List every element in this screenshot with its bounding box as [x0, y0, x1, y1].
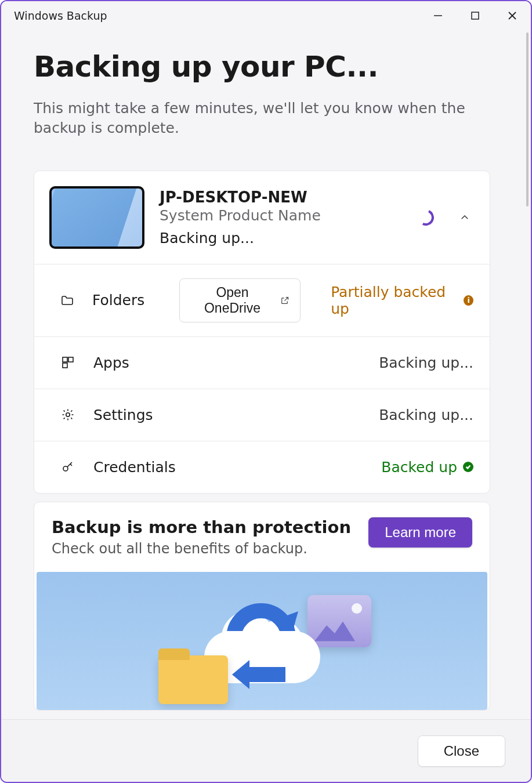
minimize-icon: [433, 11, 443, 20]
device-header-row[interactable]: JP-DESKTOP-NEW System Product Name Backi…: [34, 171, 490, 264]
title-bar: Windows Backup: [1, 1, 531, 30]
device-status: Backing up...: [160, 230, 403, 246]
folder-icon: [60, 293, 75, 307]
category-row-settings: Settings Backing up...: [34, 389, 490, 441]
category-status-credentials: Backed up: [381, 459, 473, 476]
promo-illustration: [37, 572, 487, 710]
external-link-icon: [280, 295, 289, 306]
page-subtitle: This might take a few minutes, we'll let…: [34, 99, 490, 138]
promo-title: Backup is more than protection: [52, 517, 357, 537]
open-onedrive-label: Open OneDrive: [190, 285, 274, 316]
svg-rect-5: [68, 357, 73, 362]
maximize-icon: [471, 11, 480, 20]
category-label: Folders: [92, 292, 144, 309]
apps-icon: [60, 356, 76, 369]
page-title: Backing up your PC...: [34, 50, 490, 84]
window-close-button[interactable]: [494, 1, 531, 30]
device-wallpaper-thumb: [49, 186, 144, 249]
close-icon: [508, 11, 517, 20]
svg-rect-4: [63, 357, 67, 362]
key-icon: [60, 460, 76, 474]
category-label: Settings: [93, 407, 153, 423]
backup-status-card: JP-DESKTOP-NEW System Product Name Backi…: [34, 171, 490, 494]
gear-icon: [60, 408, 76, 422]
footer: Close: [1, 719, 531, 782]
category-label: Apps: [93, 354, 129, 371]
folder-tile-icon: [158, 655, 228, 704]
svg-rect-6: [63, 363, 67, 368]
device-model: System Product Name: [160, 207, 403, 224]
maximize-button[interactable]: [457, 1, 494, 30]
warning-badge-icon: i: [464, 295, 473, 306]
svg-point-8: [63, 466, 68, 471]
minimize-button[interactable]: [419, 1, 457, 30]
category-label: Credentials: [93, 459, 176, 476]
svg-point-7: [66, 413, 70, 416]
main-scroll-area[interactable]: Backing up your PC... This might take a …: [1, 30, 523, 719]
chevron-up-icon: [459, 212, 470, 223]
category-status-folders: Partially backed up i: [331, 284, 473, 317]
window-title: Windows Backup: [14, 9, 107, 22]
check-badge-icon: [463, 462, 473, 472]
category-status-settings: Backing up...: [379, 407, 473, 423]
open-onedrive-button[interactable]: Open OneDrive: [179, 278, 301, 322]
promo-card: Backup is more than protection Check out…: [34, 502, 490, 710]
promo-subtitle: Check out all the benefits of backup.: [52, 541, 357, 557]
device-name: JP-DESKTOP-NEW: [160, 188, 403, 206]
scrollbar[interactable]: [523, 30, 531, 719]
category-row-apps: Apps Backing up...: [34, 336, 490, 389]
category-row-folders: Folders Open OneDrive Partially backed u…: [34, 264, 490, 336]
learn-more-button[interactable]: Learn more: [368, 517, 472, 548]
spinner-icon: [415, 207, 436, 228]
collapse-toggle[interactable]: [456, 209, 473, 226]
svg-rect-1: [472, 12, 479, 19]
category-row-credentials: Credentials Backed up: [34, 441, 490, 493]
close-button[interactable]: Close: [418, 735, 505, 767]
category-status-apps: Backing up...: [379, 354, 473, 371]
